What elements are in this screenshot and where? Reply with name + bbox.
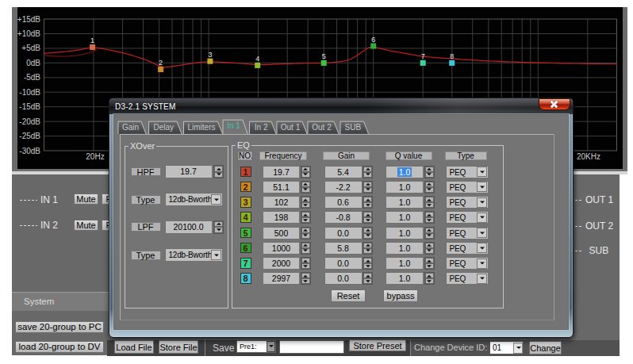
svg-text:+10dB: +10dB [17,29,41,38]
svg-text:6: 6 [371,36,375,44]
svg-text:3: 3 [208,51,212,59]
svg-text:+15dB: +15dB [17,15,41,24]
svg-text:In 2: In 2 [255,123,268,132]
svg-text:4: 4 [255,55,259,63]
svg-text:5: 5 [322,52,326,60]
svg-text:-25dB: -25dB [19,132,40,140]
svg-text:1: 1 [90,36,94,44]
svg-text:8: 8 [450,52,454,60]
svg-text:7: 7 [421,52,425,60]
svg-text:Out 1: Out 1 [281,123,301,132]
svg-text:In 1: In 1 [227,121,240,130]
svg-text:-15dB: -15dB [19,102,40,111]
svg-text:-10dB: -10dB [19,88,40,97]
svg-text:20Hz: 20Hz [86,152,104,161]
svg-text:2: 2 [159,59,163,67]
svg-text:-5dB: -5dB [24,73,40,82]
svg-text:+5dB: +5dB [21,44,40,52]
svg-text:SUB: SUB [345,123,362,132]
svg-text:Gain: Gain [122,123,139,132]
svg-text:0dB: 0dB [26,59,40,67]
svg-text:20KHz: 20KHz [577,152,600,161]
svg-text:Limiters: Limiters [187,123,215,132]
svg-text:Out 2: Out 2 [312,123,332,132]
svg-text:-20dB: -20dB [19,117,40,126]
svg-text:-30dB: -30dB [19,147,40,155]
svg-text:Delay: Delay [153,123,174,132]
